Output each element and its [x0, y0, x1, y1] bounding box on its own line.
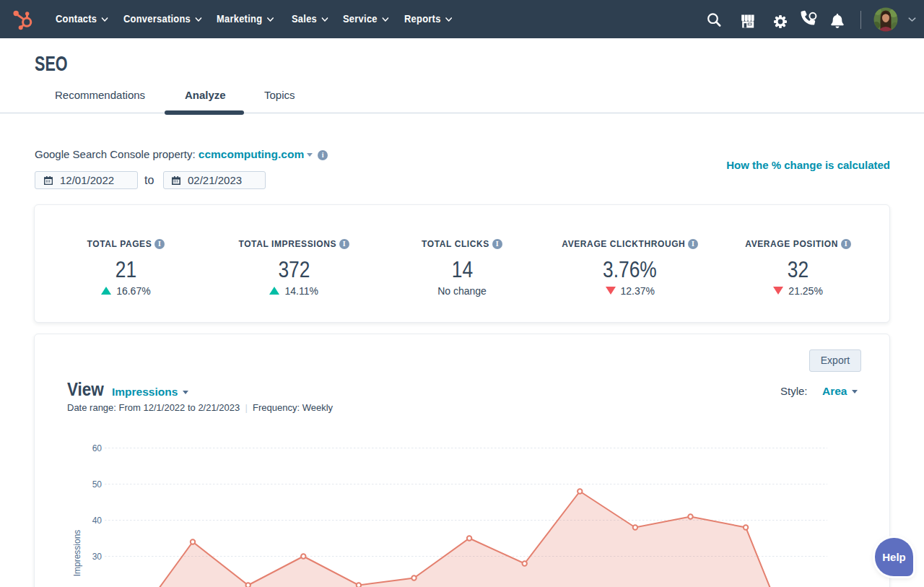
svg-text:60: 60	[92, 443, 103, 453]
svg-text:40: 40	[92, 516, 103, 526]
svg-text:30: 30	[92, 552, 103, 562]
svg-text:Impressions: Impressions	[72, 530, 82, 577]
svg-text:50: 50	[92, 479, 103, 490]
